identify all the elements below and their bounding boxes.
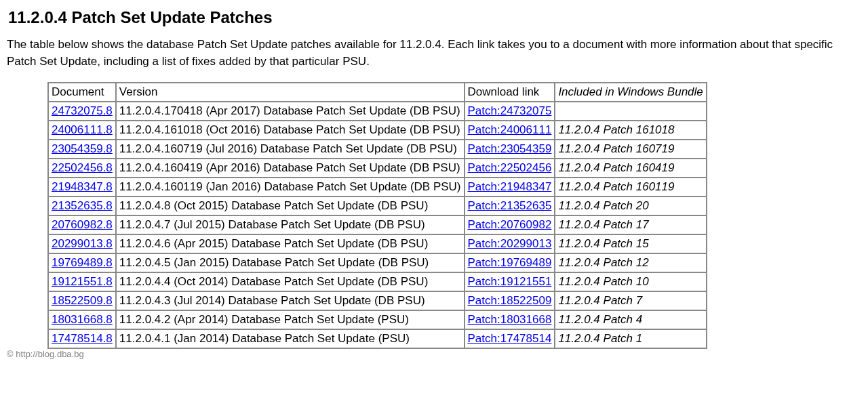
col-header-document: Document bbox=[48, 83, 116, 102]
document-link[interactable]: 21352635.8 bbox=[52, 199, 113, 212]
page-title: 11.2.0.4 Patch Set Update Patches bbox=[8, 8, 861, 27]
version-cell: 11.2.0.4.5 (Jan 2015) Database Patch Set… bbox=[116, 253, 465, 272]
windows-bundle-cell: 11.2.0.4 Patch 4 bbox=[555, 310, 706, 329]
version-cell: 11.2.0.4.160119 (Jan 2016) Database Patc… bbox=[116, 178, 465, 196]
document-link[interactable]: 18031668.8 bbox=[52, 313, 113, 326]
table-row: 20760982.811.2.0.4.7 (Jul 2015) Database… bbox=[48, 215, 707, 234]
version-cell: 11.2.0.4.8 (Oct 2015) Database Patch Set… bbox=[116, 196, 465, 215]
version-cell: 11.2.0.4.4 (Oct 2014) Database Patch Set… bbox=[116, 272, 465, 291]
windows-bundle-cell: 11.2.0.4 Patch 160419 bbox=[555, 159, 706, 178]
windows-bundle-cell: 11.2.0.4 Patch 160119 bbox=[555, 178, 706, 196]
table-header-row: Document Version Download link Included … bbox=[48, 83, 707, 102]
table-row: 23054359.811.2.0.4.160719 (Jul 2016) Dat… bbox=[48, 140, 707, 159]
windows-bundle-cell: 11.2.0.4 Patch 7 bbox=[555, 291, 706, 310]
version-cell: 11.2.0.4.7 (Jul 2015) Database Patch Set… bbox=[116, 215, 465, 234]
table-row: 19121551.811.2.0.4.4 (Oct 2014) Database… bbox=[48, 272, 707, 291]
download-link[interactable]: Patch:17478514 bbox=[468, 332, 552, 345]
table-row: 24006111.811.2.0.4.161018 (Oct 2016) Dat… bbox=[48, 121, 707, 140]
table-row: 21948347.811.2.0.4.160119 (Jan 2016) Dat… bbox=[48, 178, 707, 196]
table-row: 19769489.811.2.0.4.5 (Jan 2015) Database… bbox=[48, 253, 707, 272]
download-link[interactable]: Patch:19769489 bbox=[468, 256, 552, 269]
windows-bundle-cell: 11.2.0.4 Patch 15 bbox=[555, 234, 706, 253]
table-row: 24732075.811.2.0.4.170418 (Apr 2017) Dat… bbox=[48, 102, 707, 121]
version-cell: 11.2.0.4.2 (Apr 2014) Database Patch Set… bbox=[116, 310, 465, 329]
table-row: 22502456.811.2.0.4.160419 (Apr 2016) Dat… bbox=[48, 159, 707, 178]
download-link[interactable]: Patch:21948347 bbox=[468, 180, 552, 193]
col-header-download: Download link bbox=[465, 83, 555, 102]
document-link[interactable]: 22502456.8 bbox=[52, 161, 113, 174]
download-link[interactable]: Patch:23054359 bbox=[468, 142, 552, 155]
document-link[interactable]: 20299013.8 bbox=[52, 237, 113, 250]
windows-bundle-cell: 11.2.0.4 Patch 160719 bbox=[555, 140, 706, 159]
document-link[interactable]: 21948347.8 bbox=[52, 180, 113, 193]
download-link[interactable]: Patch:24732075 bbox=[468, 104, 552, 117]
table-row: 18522509.811.2.0.4.3 (Jul 2014) Database… bbox=[48, 291, 707, 310]
document-link[interactable]: 24732075.8 bbox=[52, 104, 113, 117]
version-cell: 11.2.0.4.1 (Jan 2014) Database Patch Set… bbox=[116, 329, 465, 348]
footer-credit: © http://blog.dba.bg bbox=[7, 349, 861, 359]
windows-bundle-cell: 11.2.0.4 Patch 1 bbox=[555, 329, 706, 348]
intro-text: The table below shows the database Patch… bbox=[7, 37, 861, 70]
download-link[interactable]: Patch:24006111 bbox=[468, 123, 552, 136]
col-header-version: Version bbox=[116, 83, 465, 102]
document-link[interactable]: 17478514.8 bbox=[52, 332, 113, 345]
psu-table: Document Version Download link Included … bbox=[47, 82, 707, 349]
download-link[interactable]: Patch:19121551 bbox=[468, 275, 552, 288]
document-link[interactable]: 23054359.8 bbox=[52, 142, 113, 155]
windows-bundle-cell bbox=[555, 102, 706, 121]
windows-bundle-cell: 11.2.0.4 Patch 12 bbox=[555, 253, 706, 272]
version-cell: 11.2.0.4.160719 (Jul 2016) Database Patc… bbox=[116, 140, 465, 159]
windows-bundle-cell: 11.2.0.4 Patch 10 bbox=[555, 272, 706, 291]
document-link[interactable]: 19121551.8 bbox=[52, 275, 113, 288]
table-row: 21352635.811.2.0.4.8 (Oct 2015) Database… bbox=[48, 196, 707, 215]
windows-bundle-cell: 11.2.0.4 Patch 17 bbox=[555, 215, 706, 234]
version-cell: 11.2.0.4.3 (Jul 2014) Database Patch Set… bbox=[116, 291, 465, 310]
download-link[interactable]: Patch:22502456 bbox=[468, 161, 552, 174]
version-cell: 11.2.0.4.170418 (Apr 2017) Database Patc… bbox=[116, 102, 465, 121]
download-link[interactable]: Patch:18031668 bbox=[468, 313, 552, 326]
document-link[interactable]: 18522509.8 bbox=[52, 294, 113, 307]
download-link[interactable]: Patch:21352635 bbox=[468, 199, 552, 212]
table-row: 17478514.811.2.0.4.1 (Jan 2014) Database… bbox=[48, 329, 707, 348]
table-row: 20299013.811.2.0.4.6 (Apr 2015) Database… bbox=[48, 234, 707, 253]
download-link[interactable]: Patch:18522509 bbox=[468, 294, 552, 307]
document-link[interactable]: 24006111.8 bbox=[52, 123, 113, 136]
version-cell: 11.2.0.4.6 (Apr 2015) Database Patch Set… bbox=[116, 234, 465, 253]
table-row: 18031668.811.2.0.4.2 (Apr 2014) Database… bbox=[48, 310, 707, 329]
document-link[interactable]: 20760982.8 bbox=[52, 218, 113, 231]
download-link[interactable]: Patch:20299013 bbox=[468, 237, 552, 250]
document-link[interactable]: 19769489.8 bbox=[52, 256, 113, 269]
windows-bundle-cell: 11.2.0.4 Patch 20 bbox=[555, 196, 706, 215]
download-link[interactable]: Patch:20760982 bbox=[468, 218, 552, 231]
version-cell: 11.2.0.4.160419 (Apr 2016) Database Patc… bbox=[116, 159, 465, 178]
col-header-windows: Included in Windows Bundle bbox=[555, 83, 706, 102]
windows-bundle-cell: 11.2.0.4 Patch 161018 bbox=[555, 121, 706, 140]
version-cell: 11.2.0.4.161018 (Oct 2016) Database Patc… bbox=[116, 121, 465, 140]
